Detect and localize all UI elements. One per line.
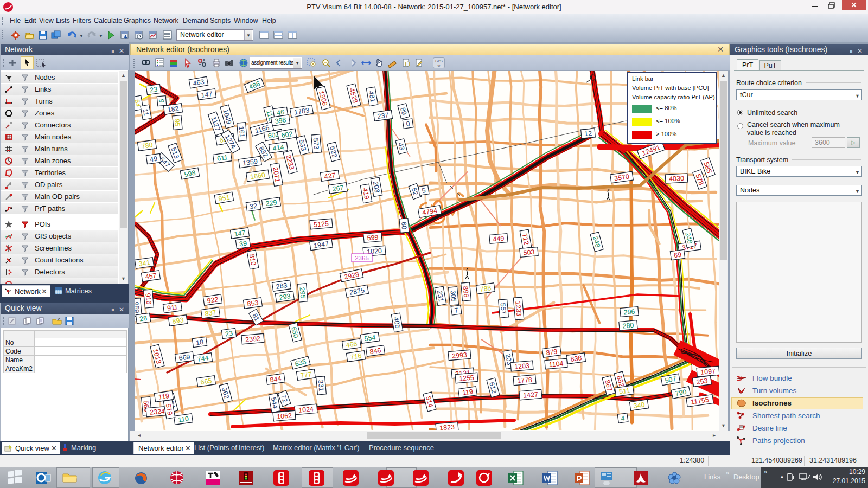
svg-text:280: 280 <box>622 322 634 330</box>
svg-text:147: 147 <box>201 90 213 99</box>
svg-text:1778: 1778 <box>517 376 533 384</box>
svg-text:1203: 1203 <box>514 362 530 370</box>
svg-text:744: 744 <box>197 354 209 363</box>
svg-text:844: 844 <box>270 375 282 384</box>
svg-text:1024: 1024 <box>298 405 314 414</box>
svg-text:893: 893 <box>172 316 184 325</box>
svg-text:788: 788 <box>480 284 492 293</box>
svg-text:110: 110 <box>177 415 189 424</box>
svg-text:12: 12 <box>584 130 592 138</box>
svg-text:414: 414 <box>272 143 285 152</box>
svg-text:18: 18 <box>195 338 204 347</box>
svg-text:665: 665 <box>200 377 213 386</box>
svg-text:846: 846 <box>369 346 382 356</box>
svg-text:780: 780 <box>141 141 154 150</box>
svg-text:1255: 1255 <box>459 374 475 382</box>
svg-text:716: 716 <box>350 352 362 361</box>
svg-text:896: 896 <box>462 286 470 298</box>
svg-text:119: 119 <box>462 388 474 397</box>
svg-text:267: 267 <box>332 184 344 193</box>
svg-text:293: 293 <box>279 292 291 301</box>
svg-text:283: 283 <box>276 281 288 291</box>
svg-text:922: 922 <box>207 296 219 305</box>
svg-text:2324: 2324 <box>150 407 165 416</box>
svg-text:1823: 1823 <box>439 423 455 430</box>
svg-text:49: 49 <box>149 155 158 164</box>
svg-text:1104: 1104 <box>548 359 564 368</box>
svg-text:23: 23 <box>225 330 233 338</box>
svg-text:9: 9 <box>157 99 165 103</box>
svg-text:959: 959 <box>135 301 141 313</box>
svg-text:296: 296 <box>623 308 635 317</box>
svg-text:23: 23 <box>149 86 158 94</box>
svg-text:1097: 1097 <box>700 367 716 376</box>
svg-text:2392: 2392 <box>245 335 261 343</box>
svg-text:466: 466 <box>346 340 358 349</box>
svg-text:4030: 4030 <box>669 175 685 183</box>
svg-text:777: 777 <box>300 370 312 380</box>
svg-text:1233: 1233 <box>514 301 522 317</box>
svg-text:1427: 1427 <box>523 390 539 399</box>
svg-text:340: 340 <box>633 401 646 410</box>
svg-text:2993: 2993 <box>452 351 468 359</box>
svg-text:557: 557 <box>499 303 508 314</box>
svg-text:60: 60 <box>400 222 408 230</box>
svg-text:669: 669 <box>178 353 191 362</box>
svg-text:449: 449 <box>493 235 505 243</box>
svg-text:503: 503 <box>523 248 535 257</box>
svg-text:879: 879 <box>546 348 558 357</box>
svg-text:229: 229 <box>265 198 278 208</box>
svg-text:573: 573 <box>312 138 321 150</box>
svg-text:39: 39 <box>239 240 247 248</box>
svg-text:511: 511 <box>618 387 630 396</box>
svg-text:911: 911 <box>167 303 178 312</box>
svg-text:147: 147 <box>234 229 246 238</box>
svg-text:11: 11 <box>141 108 150 116</box>
svg-text:457: 457 <box>145 272 157 281</box>
svg-text:427: 427 <box>324 171 336 181</box>
svg-text:1062: 1062 <box>277 412 292 420</box>
svg-text:253: 253 <box>696 377 709 386</box>
svg-text:5125: 5125 <box>314 220 329 228</box>
svg-text:398: 398 <box>275 116 287 125</box>
svg-text:95: 95 <box>173 119 181 127</box>
svg-text:916: 916 <box>144 293 153 305</box>
svg-text:853: 853 <box>247 299 259 308</box>
svg-text:32: 32 <box>249 202 258 211</box>
svg-text:237: 237 <box>377 111 390 120</box>
svg-text:331: 331 <box>317 380 326 391</box>
svg-text:611: 611 <box>216 153 228 163</box>
svg-text:161: 161 <box>238 126 246 138</box>
svg-text:838: 838 <box>570 354 583 363</box>
svg-text:69: 69 <box>673 251 682 260</box>
svg-text:305: 305 <box>449 290 458 302</box>
svg-text:182: 182 <box>167 105 180 114</box>
svg-text:554: 554 <box>364 333 376 343</box>
svg-text:599: 599 <box>367 234 379 242</box>
svg-text:119: 119 <box>158 392 170 401</box>
svg-text:295: 295 <box>298 287 307 299</box>
svg-text:341: 341 <box>138 259 151 268</box>
svg-text:28: 28 <box>139 314 148 323</box>
svg-text:837: 837 <box>205 309 217 318</box>
svg-text:2365: 2365 <box>355 255 369 261</box>
